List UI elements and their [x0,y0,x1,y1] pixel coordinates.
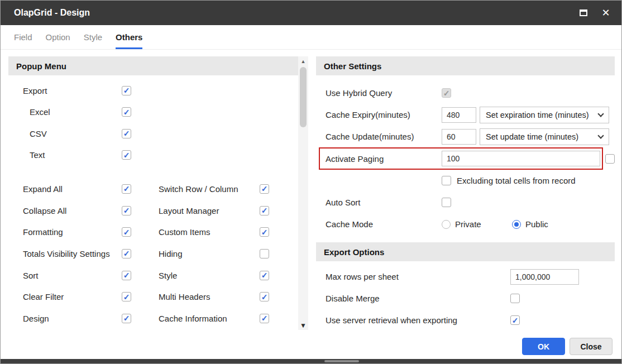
private-radio[interactable] [442,220,451,229]
layout-manager-checkbox[interactable] [260,206,269,215]
popup-menu-panel: Popup Menu Export Excel CSV Text Expan [8,56,298,329]
window-title: OlapGrid - Design [14,8,578,18]
cache-expiry-label: Cache Expiry(minutes) [326,110,442,119]
formatting-checkbox[interactable] [122,227,131,237]
close-window-button[interactable]: ✕ [600,7,611,18]
activate-paging-highlight: Activate Paging [319,147,603,170]
popup-menu-row: Design Cache Information [8,308,298,329]
cache-mode-private-option[interactable]: Private [442,219,512,229]
text-checkbox[interactable] [122,150,131,160]
design-checkbox[interactable] [122,314,131,323]
clear-filter-label: Clear Filter [23,292,122,301]
collapse-all-checkbox[interactable] [122,206,131,215]
custom-items-checkbox[interactable] [260,227,269,237]
background-page-edge [1,359,621,363]
server-retrieval-checkbox[interactable] [510,315,520,325]
excluding-total-checkbox[interactable] [442,176,451,185]
multi-headers-checkbox[interactable] [260,292,269,301]
cache-information-checkbox[interactable] [260,314,269,323]
excel-label: Excel [23,107,122,117]
server-retrieval-label: Use server retrieval when exporting [326,315,510,325]
tab-style[interactable]: Style [84,25,102,49]
popup-menu-row: Clear Filter Multi Headers [8,286,298,308]
tab-others[interactable]: Others [116,25,142,49]
custom-items-label: Custom Items [159,227,260,237]
activate-paging-label: Activate Paging [320,154,442,164]
max-rows-input[interactable] [510,269,579,285]
ok-button[interactable]: OK [522,338,565,355]
cache-mode-public-option[interactable]: Public [512,219,548,229]
disable-merge-row: Disable Merge [316,288,615,309]
popup-menu-row-excel: Excel [8,102,298,123]
cache-update-select-value: Set update time (minutes) [486,132,578,141]
multi-headers-label: Multi Headers [159,292,260,301]
totals-visibility-settings-checkbox[interactable] [122,249,131,258]
export-group: Export Excel CSV Text [8,75,298,166]
tab-bar: Field Option Style Others [1,25,621,50]
cache-expiry-input[interactable] [442,107,476,123]
style-checkbox[interactable] [260,271,269,280]
maximize-button[interactable] [578,7,589,18]
export-checkbox[interactable] [122,86,131,95]
text-label: Text [23,150,122,160]
close-icon: ✕ [601,8,610,18]
left-panel-scrollbar[interactable]: ▲ ▼ [298,56,308,330]
chevron-down-icon [597,132,604,138]
disable-merge-checkbox[interactable] [510,294,520,303]
cache-expiry-row: Cache Expiry(minutes) Set expiration tim… [316,104,615,126]
cache-expiry-select-value: Set expiration time (minutes) [486,111,589,119]
chevron-down-icon [597,111,604,117]
maximize-icon [580,9,587,16]
activate-paging-checkbox[interactable] [605,154,615,164]
csv-label: CSV [23,129,122,138]
expand-all-checkbox[interactable] [122,184,131,194]
popup-menu-row: Sort Style [8,265,298,286]
public-radio[interactable] [512,220,521,229]
hiding-checkbox[interactable] [260,249,269,258]
cache-update-row: Cache Update(minutes) Set update time (m… [316,126,615,147]
cache-update-unit-select[interactable]: Set update time (minutes) [480,128,609,145]
auto-sort-label: Auto Sort [326,198,442,207]
popup-menu-gap [8,166,298,178]
cache-update-input[interactable] [442,129,476,145]
auto-sort-checkbox[interactable] [442,198,451,207]
public-label: Public [525,219,548,229]
cache-information-label: Cache Information [159,314,260,323]
export-options-header: Export Options [316,242,615,261]
popup-menu-row: Formatting Custom Items [8,221,298,243]
popup-menu-row: Expand All Switch Row / Column [8,178,298,200]
olapgrid-design-dialog: OlapGrid - Design ✕ Field Option Style O… [0,0,622,364]
other-settings-panel: Other Settings Use Hybrid Query Cache Ex… [316,56,615,331]
cache-expiry-unit-select[interactable]: Set expiration time (minutes) [480,107,609,123]
expand-all-label: Expand All [23,184,122,194]
design-label: Design [23,314,122,323]
sort-checkbox[interactable] [122,271,131,280]
totals-visibility-settings-label: Totals Visibility Settings [23,249,122,258]
close-button[interactable]: Close [570,338,613,355]
cache-mode-label: Cache Mode [326,219,442,229]
popup-menu-row-text: Text [8,145,298,166]
tab-field[interactable]: Field [14,25,32,49]
csv-checkbox[interactable] [122,129,131,138]
other-settings-rows: Use Hybrid Query Cache Expiry(minutes) S… [316,75,615,235]
other-settings-header: Other Settings [316,56,615,75]
activate-paging-input[interactable] [442,151,600,166]
cache-mode-row: Cache Mode Private Public [316,213,615,235]
use-hybrid-query-checkbox [442,88,451,98]
private-label: Private [455,219,481,229]
popup-menu-row: Collapse All Layout Manager [8,200,298,222]
max-rows-row: Max rows per sheet [316,266,615,288]
excluding-total-row: Excluding total cells from record [316,170,615,191]
export-options-rows: Max rows per sheet Disable Merge Use ser… [316,261,615,331]
switch-row-column-checkbox[interactable] [260,184,269,194]
scrollbar-up-icon[interactable]: ▲ [298,56,308,66]
tab-option[interactable]: Option [46,25,70,49]
excel-checkbox[interactable] [122,107,131,117]
scrollbar-down-icon[interactable]: ▼ [298,320,308,330]
server-retrieval-row: Use server retrieval when exporting [316,309,615,331]
popup-menu-header: Popup Menu [8,56,298,75]
popup-menu-row: Totals Visibility Settings Hiding [8,243,298,265]
clear-filter-checkbox[interactable] [122,292,131,301]
cache-update-label: Cache Update(minutes) [326,132,442,141]
scrollbar-thumb[interactable] [300,67,307,127]
